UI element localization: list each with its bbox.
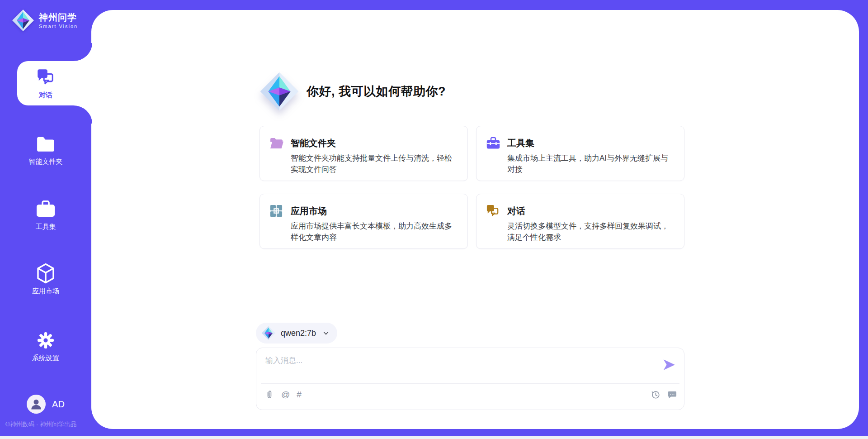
chat-bubbles-icon xyxy=(486,204,501,218)
sidebar-item-label: 应用市场 xyxy=(32,287,59,296)
folder-open-icon xyxy=(270,136,284,150)
app-diamond-logo-icon xyxy=(259,72,299,111)
brand-title: 神州问学 xyxy=(39,12,78,23)
hashtag-icon[interactable]: # xyxy=(297,390,302,400)
avatar xyxy=(27,395,46,414)
card-description: 灵活切换多模型文件，支持多样回复效果调试，满足个性化需求 xyxy=(507,220,675,243)
sidebar-item-label: 系统设置 xyxy=(32,354,59,363)
message-input[interactable] xyxy=(265,355,645,381)
card-title: 工具集 xyxy=(507,136,673,150)
greeting-title: 你好, 我可以如何帮助你? xyxy=(307,83,446,100)
brand-logo[interactable]: 神州问学 Smart Vision xyxy=(12,9,78,32)
sidebar-item-label: 工具集 xyxy=(36,223,56,231)
send-icon[interactable] xyxy=(662,358,676,372)
copyright-text: ©神州数码 · 神州问学出品 xyxy=(5,420,91,429)
user-name: AD xyxy=(52,399,65,410)
chat-square-icon[interactable] xyxy=(667,390,677,400)
attachment-icon[interactable] xyxy=(264,390,274,400)
card-title: 对话 xyxy=(507,204,673,218)
diamond-logo-icon xyxy=(12,9,34,32)
user-profile[interactable]: AD xyxy=(0,395,91,414)
folder-icon xyxy=(36,134,55,153)
card-description: 智能文件夹功能支持批量文件上传与清洗，轻松实现文件问答 xyxy=(291,153,459,175)
card-title: 应用市场 xyxy=(291,204,457,218)
card-title: 智能文件夹 xyxy=(291,136,457,150)
cube-icon xyxy=(36,264,55,283)
sidebar-item-label: 对话 xyxy=(39,91,52,100)
model-selector-value: qwen2:7b xyxy=(281,329,316,338)
composer-divider xyxy=(261,383,679,384)
person-icon xyxy=(28,396,44,412)
feature-cards: 智能文件夹 智能文件夹功能支持批量文件上传与清洗，轻松实现文件问答 工具集 集成… xyxy=(259,126,684,249)
brand-subtitle: Smart Vision xyxy=(39,24,78,29)
model-selector[interactable]: qwen2:7b xyxy=(256,323,337,344)
diamond-logo-icon xyxy=(261,326,276,340)
window-bottom-edge xyxy=(0,436,868,439)
sidebar: 神州问学 Smart Vision 对话 智能文件夹 工具集 应用市场 系统设置 xyxy=(0,0,91,439)
history-icon[interactable] xyxy=(651,390,660,400)
card-smart-folder[interactable]: 智能文件夹 智能文件夹功能支持批量文件上传与清洗，轻松实现文件问答 xyxy=(259,126,468,181)
sidebar-item-app-market[interactable]: 应用市场 xyxy=(0,264,91,296)
sidebar-item-label: 智能文件夹 xyxy=(29,157,63,166)
toolbox-icon xyxy=(486,136,501,150)
greeting-block: 你好, 我可以如何帮助你? xyxy=(259,72,446,111)
chevron-down-icon xyxy=(322,329,330,337)
sidebar-item-settings[interactable]: 系统设置 xyxy=(0,331,91,363)
sidebar-item-smart-folder[interactable]: 智能文件夹 xyxy=(0,134,91,166)
card-description: 集成市场上主流工具，助力AI与外界无缝扩展与对接 xyxy=(507,153,675,175)
message-composer: @ # xyxy=(256,348,684,410)
card-chat[interactable]: 对话 灵活切换多模型文件，支持多样回复效果调试，满足个性化需求 xyxy=(476,194,684,249)
card-app-market[interactable]: 应用市场 应用市场提供丰富长文本模板，助力高效生成多样化文章内容 xyxy=(259,194,468,249)
mention-icon[interactable]: @ xyxy=(281,390,290,400)
toolbox-icon xyxy=(36,200,55,219)
main-panel: 你好, 我可以如何帮助你? 智能文件夹 智能文件夹功能支持批量文件上传与清洗，轻… xyxy=(91,10,859,429)
card-toolset[interactable]: 工具集 集成市场上主流工具，助力AI与外界无缝扩展与对接 xyxy=(476,126,684,181)
sidebar-item-toolset[interactable]: 工具集 xyxy=(0,200,91,231)
sidebar-item-chat[interactable]: 对话 xyxy=(0,68,91,100)
card-description: 应用市场提供丰富长文本模板，助力高效生成多样化文章内容 xyxy=(291,220,459,243)
grid-icon xyxy=(270,204,284,218)
chat-bubbles-icon xyxy=(36,68,55,87)
gear-icon xyxy=(36,331,55,350)
